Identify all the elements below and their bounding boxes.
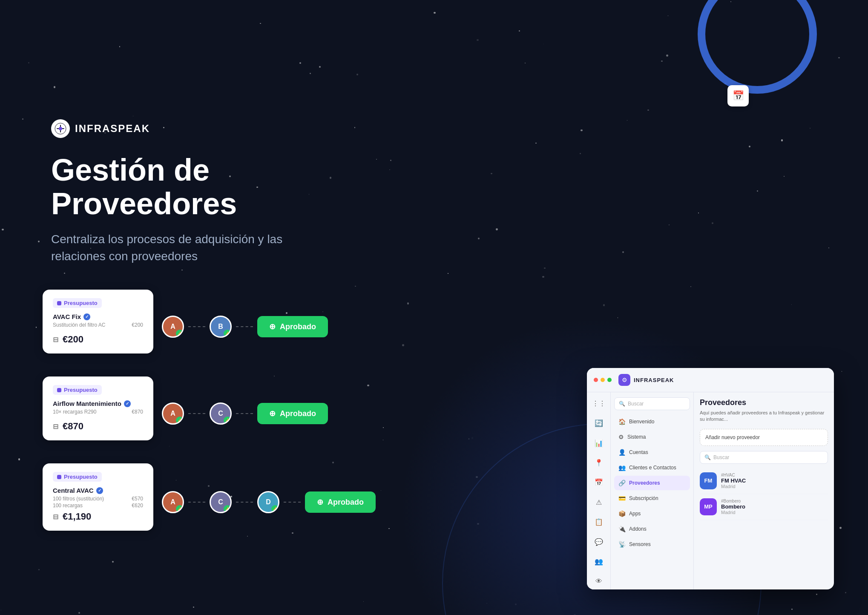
nav-item-sistema[interactable]: ⚙ Sistema [614,430,690,444]
provider-info-0: #HVAC FM HVAC Madrid [721,473,746,489]
provider-item-1[interactable]: MP #Bombero Bombero Madrid [700,494,828,520]
avatar-3a: A 👍 [162,491,184,513]
nav-item-subscripcion[interactable]: 💳 Subscripción [614,491,690,506]
avatar-3c: D 👍 [257,491,279,513]
clientes-icon: 👥 [618,464,626,471]
sistema-icon: ⚙ [618,434,624,440]
nav-item-proveedores[interactable]: 🔗 Proveedores [614,476,690,490]
mockup-main-content: Proveedores Aquí puedes añadir proveedor… [694,392,834,589]
mockup-logo-icon: ⚙ [618,374,630,386]
apps-icon: 📦 [618,510,626,517]
headline-title: Gestión de Proveedores [51,153,349,221]
avatar-3b: C 👍 [210,491,232,513]
content-desc: Aquí puedes añadir proveedores a tu Infr… [700,410,828,423]
card-total-1: ⊟ €200 [53,334,143,345]
card-badge-1: Presupuesto [53,298,102,308]
dash-1 [188,326,205,327]
card-desc-1: Sustitución del filtro AC €200 [53,322,143,328]
avatar-1a: A 👍 [162,316,184,338]
headline-subtitle: Centraliza los procesos de adquisición y… [51,231,315,264]
approval-row-1: A 👍 B 👍 ⊕ Aprobado [162,316,328,338]
home-icon: 🏠 [618,418,626,425]
provider-avatar-1: MP [700,498,717,515]
dash-6 [236,502,253,503]
budget-card-3: Presupuesto Central AVAC ✓ 100 filtros (… [43,463,153,531]
decorative-circle [698,0,817,94]
sensores-icon: 📡 [618,541,626,548]
dash-7 [284,502,301,503]
nav-item-clientes[interactable]: 👥 Clientes e Contactos [614,460,690,475]
approval-badge-2: ⊕ Aprobado [257,403,328,424]
dash-4 [236,413,253,414]
card-company-2: Airflow Mantenimiento ✓ [53,400,143,407]
approval-badge-3: ⊕ Aprobado [305,491,376,513]
card-total-3: ⊟ €1,190 [53,511,143,522]
nav-item-sensores[interactable]: 📡 Sensores [614,537,690,552]
nav-item-addons[interactable]: 🔌 Addons [614,522,690,536]
cards-section: Presupuesto AVAC Fix ✓ Sustitución del f… [43,290,376,554]
card-desc-2: 10× recargas R290 €870 [53,409,143,415]
dash-3 [188,413,205,414]
sidebar-chat-icon[interactable]: 💬 [591,535,606,549]
content-search[interactable]: 🔍 Buscar [700,451,828,464]
sidebar-eye-icon[interactable]: 👁 [591,575,606,588]
card-company-3: Central AVAC ✓ [53,487,143,494]
sidebar-users-icon[interactable]: 👥 [591,555,606,568]
sidebar-location-icon[interactable]: 📍 [591,456,606,469]
mockup-logo: ⚙ INFRASPEAK [618,374,674,386]
mockup-nav: 🔍 Buscar 🏠 Bienvenido ⚙ Sistema 👤 Cuenta… [611,392,694,589]
avatar-2b: C 👍 [210,402,232,425]
dot-minimize [601,378,605,382]
proveedores-icon: 🔗 [618,480,626,486]
card-badge-2: Presupuesto [53,385,102,395]
sidebar-clipboard-icon[interactable]: 📋 [591,515,606,529]
budget-card-1: Presupuesto AVAC Fix ✓ Sustitución del f… [43,290,153,353]
dash-5 [188,502,205,503]
provider-info-1: #Bombero Bombero Madrid [721,499,745,515]
sidebar-calendar-icon[interactable]: 📅 [591,476,606,489]
svg-point-1 [59,127,62,130]
sidebar-chart-icon[interactable]: 📊 [591,436,606,450]
logo-text: INFRASPEAK [75,123,150,135]
nav-search[interactable]: 🔍 Buscar [614,397,690,410]
add-provider-button[interactable]: Añadir nuevo proveedor [700,429,828,446]
provider-item-0[interactable]: FM #HVAC FM HVAC Madrid [700,468,828,494]
nav-item-apps[interactable]: 📦 Apps [614,506,690,521]
sidebar-alert-icon[interactable]: ⚠ [591,495,606,509]
mockup-sidebar: ⋮⋮ 🔄 📊 📍 📅 ⚠ 📋 💬 👥 👁 [587,392,611,589]
calendar-icon: 📅 [727,85,749,106]
sidebar-refresh-icon[interactable]: 🔄 [591,416,606,430]
sidebar-grid-icon[interactable]: ⋮⋮ [591,397,606,410]
card-badge-3: Presupuesto [53,472,102,482]
card-total-2: ⊟ €870 [53,421,143,432]
mockup-header: ⚙ INFRASPEAK [587,368,834,392]
approval-row-2: A 👍 C 👍 ⊕ Aprobado [162,402,328,425]
dot-maximize [607,378,612,382]
window-dots [594,378,612,382]
mockup-body: ⋮⋮ 🔄 📊 📍 📅 ⚠ 📋 💬 👥 👁 🔍 Buscar 🏠 Bienveni… [587,392,834,589]
budget-card-2: Presupuesto Airflow Mantenimiento ✓ 10× … [43,376,153,440]
nav-item-bienvenido[interactable]: 🏠 Bienvenido [614,414,690,429]
card-company-1: AVAC Fix ✓ [53,313,143,320]
logo-area: INFRASPEAK [51,119,150,138]
content-search-icon: 🔍 [704,454,711,460]
avatar-2a: A 👍 [162,402,184,425]
dot-close [594,378,598,382]
mockup-logo-text: INFRASPEAK [634,377,674,383]
content-title: Proveedores [700,398,828,407]
addons-icon: 🔌 [618,526,626,532]
app-mockup: ⚙ INFRASPEAK ⋮⋮ 🔄 📊 📍 📅 ⚠ 📋 💬 👥 👁 🔍 Busc… [587,368,834,589]
subscripcion-icon: 💳 [618,495,626,502]
provider-avatar-0: FM [700,472,717,489]
logo-icon [51,119,70,138]
approval-row-3: A 👍 C 👍 D 👍 ⊕ Aprobado [162,491,376,513]
nav-item-cuentas[interactable]: 👤 Cuentas [614,445,690,460]
avatar-1b: B 👍 [210,316,232,338]
cuentas-icon: 👤 [618,449,626,456]
card-desc-3: 100 filtros (sustitución) €570 100 recar… [53,496,143,509]
search-icon: 🔍 [619,401,625,407]
dash-2 [236,326,253,327]
approval-badge-1: ⊕ Aprobado [257,316,328,337]
main-headline: Gestión de Proveedores Centraliza los pr… [51,153,349,264]
